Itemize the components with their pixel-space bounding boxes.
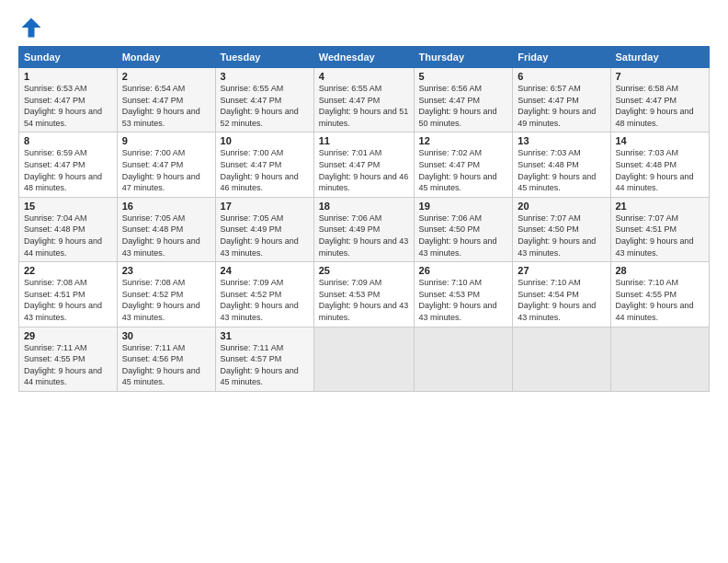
day-cell: 31 Sunrise: 7:11 AMSunset: 4:57 PMDaylig… bbox=[215, 327, 313, 391]
day-cell: 19 Sunrise: 7:06 AMSunset: 4:50 PMDaylig… bbox=[414, 197, 513, 261]
day-info: Sunrise: 7:10 AMSunset: 4:55 PMDaylight:… bbox=[616, 278, 694, 322]
day-info: Sunrise: 6:59 AMSunset: 4:47 PMDaylight:… bbox=[24, 148, 102, 192]
day-info: Sunrise: 7:11 AMSunset: 4:55 PMDaylight:… bbox=[24, 343, 102, 387]
week-row-4: 22 Sunrise: 7:08 AMSunset: 4:51 PMDaylig… bbox=[19, 262, 710, 327]
header-cell-wednesday: Wednesday bbox=[313, 47, 414, 68]
day-number: 26 bbox=[419, 265, 508, 276]
day-number: 31 bbox=[221, 330, 309, 341]
day-number: 29 bbox=[24, 330, 112, 341]
day-cell: 1 Sunrise: 6:53 AMSunset: 4:47 PMDayligh… bbox=[19, 68, 118, 132]
week-row-2: 8 Sunrise: 6:59 AMSunset: 4:47 PMDayligh… bbox=[19, 132, 710, 197]
day-cell: 25 Sunrise: 7:09 AMSunset: 4:53 PMDaylig… bbox=[313, 262, 414, 327]
day-cell: 26 Sunrise: 7:10 AMSunset: 4:53 PMDaylig… bbox=[414, 262, 513, 327]
day-info: Sunrise: 7:06 AMSunset: 4:50 PMDaylight:… bbox=[419, 213, 497, 258]
day-cell: 14 Sunrise: 7:03 AMSunset: 4:48 PMDaylig… bbox=[610, 132, 710, 197]
day-number: 13 bbox=[518, 135, 605, 146]
week-row-3: 15 Sunrise: 7:04 AMSunset: 4:48 PMDaylig… bbox=[19, 197, 710, 261]
day-number: 22 bbox=[24, 265, 112, 276]
week-row-1: 1 Sunrise: 6:53 AMSunset: 4:47 PMDayligh… bbox=[19, 68, 710, 132]
day-cell bbox=[513, 327, 610, 391]
day-cell: 27 Sunrise: 7:10 AMSunset: 4:54 PMDaylig… bbox=[513, 262, 610, 327]
day-info: Sunrise: 7:10 AMSunset: 4:54 PMDaylight:… bbox=[518, 278, 596, 322]
day-cell: 12 Sunrise: 7:02 AMSunset: 4:47 PMDaylig… bbox=[414, 132, 513, 197]
day-number: 16 bbox=[122, 201, 210, 212]
day-info: Sunrise: 7:07 AMSunset: 4:50 PMDaylight:… bbox=[518, 213, 596, 258]
day-cell: 5 Sunrise: 6:56 AMSunset: 4:47 PMDayligh… bbox=[414, 68, 513, 132]
day-info: Sunrise: 7:03 AMSunset: 4:48 PMDaylight:… bbox=[518, 148, 596, 192]
day-number: 18 bbox=[319, 201, 409, 212]
day-cell: 24 Sunrise: 7:09 AMSunset: 4:52 PMDaylig… bbox=[215, 262, 313, 327]
logo bbox=[18, 15, 48, 40]
day-cell: 4 Sunrise: 6:55 AMSunset: 4:47 PMDayligh… bbox=[313, 68, 414, 132]
day-number: 11 bbox=[319, 135, 409, 146]
day-info: Sunrise: 7:08 AMSunset: 4:51 PMDaylight:… bbox=[24, 278, 102, 322]
day-number: 19 bbox=[419, 201, 508, 212]
day-info: Sunrise: 7:04 AMSunset: 4:48 PMDaylight:… bbox=[24, 213, 102, 258]
day-info: Sunrise: 7:07 AMSunset: 4:51 PMDaylight:… bbox=[616, 213, 694, 258]
day-info: Sunrise: 7:09 AMSunset: 4:53 PMDaylight:… bbox=[319, 278, 409, 322]
day-cell bbox=[414, 327, 513, 391]
day-number: 23 bbox=[122, 265, 210, 276]
svg-marker-0 bbox=[22, 18, 41, 38]
day-cell: 23 Sunrise: 7:08 AMSunset: 4:52 PMDaylig… bbox=[117, 262, 215, 327]
day-number: 4 bbox=[319, 71, 409, 82]
day-info: Sunrise: 7:08 AMSunset: 4:52 PMDaylight:… bbox=[122, 278, 200, 322]
day-number: 6 bbox=[518, 71, 605, 82]
header-cell-sunday: Sunday bbox=[19, 47, 118, 68]
day-number: 25 bbox=[319, 265, 409, 276]
day-cell: 2 Sunrise: 6:54 AMSunset: 4:47 PMDayligh… bbox=[117, 68, 215, 132]
header-cell-saturday: Saturday bbox=[610, 47, 710, 68]
header-row: SundayMondayTuesdayWednesdayThursdayFrid… bbox=[19, 47, 710, 68]
day-number: 9 bbox=[122, 135, 210, 146]
day-cell bbox=[313, 327, 414, 391]
day-cell: 8 Sunrise: 6:59 AMSunset: 4:47 PMDayligh… bbox=[19, 132, 118, 197]
day-number: 5 bbox=[419, 71, 508, 82]
day-cell: 9 Sunrise: 7:00 AMSunset: 4:47 PMDayligh… bbox=[117, 132, 215, 197]
day-cell: 11 Sunrise: 7:01 AMSunset: 4:47 PMDaylig… bbox=[313, 132, 414, 197]
day-number: 28 bbox=[616, 265, 705, 276]
day-number: 8 bbox=[24, 135, 112, 146]
day-info: Sunrise: 6:56 AMSunset: 4:47 PMDaylight:… bbox=[419, 84, 497, 128]
day-info: Sunrise: 7:05 AMSunset: 4:48 PMDaylight:… bbox=[122, 213, 200, 258]
day-number: 14 bbox=[616, 135, 705, 146]
day-number: 3 bbox=[221, 71, 309, 82]
day-cell: 21 Sunrise: 7:07 AMSunset: 4:51 PMDaylig… bbox=[610, 197, 710, 261]
day-number: 7 bbox=[616, 71, 705, 82]
day-number: 17 bbox=[221, 201, 309, 212]
day-cell bbox=[610, 327, 710, 391]
day-info: Sunrise: 6:54 AMSunset: 4:47 PMDaylight:… bbox=[122, 84, 200, 128]
day-info: Sunrise: 7:00 AMSunset: 4:47 PMDaylight:… bbox=[122, 148, 200, 192]
day-info: Sunrise: 7:02 AMSunset: 4:47 PMDaylight:… bbox=[419, 148, 497, 192]
day-info: Sunrise: 7:06 AMSunset: 4:49 PMDaylight:… bbox=[319, 213, 409, 258]
header bbox=[18, 15, 710, 40]
day-cell: 17 Sunrise: 7:05 AMSunset: 4:49 PMDaylig… bbox=[215, 197, 313, 261]
header-cell-friday: Friday bbox=[513, 47, 610, 68]
day-number: 24 bbox=[221, 265, 309, 276]
day-info: Sunrise: 7:10 AMSunset: 4:53 PMDaylight:… bbox=[419, 278, 497, 322]
day-number: 21 bbox=[616, 201, 705, 212]
day-number: 27 bbox=[518, 265, 605, 276]
logo-icon bbox=[18, 15, 44, 40]
day-info: Sunrise: 7:11 AMSunset: 4:56 PMDaylight:… bbox=[122, 343, 200, 387]
day-number: 1 bbox=[24, 71, 112, 82]
week-row-5: 29 Sunrise: 7:11 AMSunset: 4:55 PMDaylig… bbox=[19, 327, 710, 391]
day-cell: 18 Sunrise: 7:06 AMSunset: 4:49 PMDaylig… bbox=[313, 197, 414, 261]
day-cell: 15 Sunrise: 7:04 AMSunset: 4:48 PMDaylig… bbox=[19, 197, 118, 261]
day-info: Sunrise: 6:55 AMSunset: 4:47 PMDaylight:… bbox=[319, 84, 409, 128]
day-cell: 30 Sunrise: 7:11 AMSunset: 4:56 PMDaylig… bbox=[117, 327, 215, 391]
day-number: 2 bbox=[122, 71, 210, 82]
day-cell: 28 Sunrise: 7:10 AMSunset: 4:55 PMDaylig… bbox=[610, 262, 710, 327]
day-number: 12 bbox=[419, 135, 508, 146]
day-info: Sunrise: 6:58 AMSunset: 4:47 PMDaylight:… bbox=[616, 84, 694, 128]
day-cell: 3 Sunrise: 6:55 AMSunset: 4:47 PMDayligh… bbox=[215, 68, 313, 132]
day-info: Sunrise: 7:09 AMSunset: 4:52 PMDaylight:… bbox=[221, 278, 299, 322]
day-info: Sunrise: 7:01 AMSunset: 4:47 PMDaylight:… bbox=[319, 148, 409, 192]
day-cell: 22 Sunrise: 7:08 AMSunset: 4:51 PMDaylig… bbox=[19, 262, 118, 327]
day-cell: 13 Sunrise: 7:03 AMSunset: 4:48 PMDaylig… bbox=[513, 132, 610, 197]
header-cell-tuesday: Tuesday bbox=[215, 47, 313, 68]
day-info: Sunrise: 7:11 AMSunset: 4:57 PMDaylight:… bbox=[221, 343, 299, 387]
day-cell: 16 Sunrise: 7:05 AMSunset: 4:48 PMDaylig… bbox=[117, 197, 215, 261]
day-number: 20 bbox=[518, 201, 605, 212]
day-info: Sunrise: 6:55 AMSunset: 4:47 PMDaylight:… bbox=[221, 84, 299, 128]
day-number: 30 bbox=[122, 330, 210, 341]
